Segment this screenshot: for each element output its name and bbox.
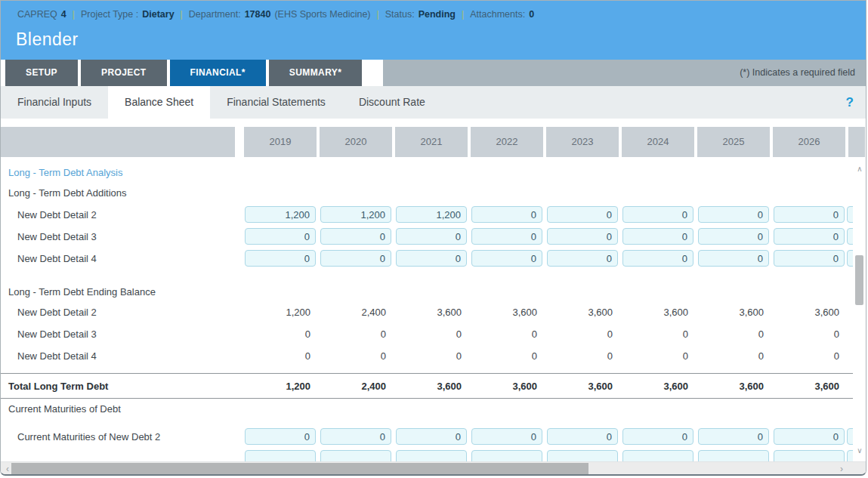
cell-input[interactable] — [698, 206, 769, 223]
record-meta: CAPREQ4|Project Type :Dietary|Department… — [17, 9, 534, 20]
help-icon[interactable]: ? — [846, 86, 854, 119]
cell-input[interactable] — [471, 428, 542, 445]
header-cell-year: 2024 — [622, 127, 694, 157]
horizontal-scroll-thumb[interactable] — [11, 463, 588, 476]
total-row-label: Total Long Term Debt — [8, 381, 108, 392]
row-label: New Debt Detail 3 — [17, 328, 97, 340]
cell-value: 0 — [622, 350, 694, 362]
subtab-discount-rate[interactable]: Discount Rate — [342, 86, 442, 119]
table-row: New Debt Detail 400000000 — [1, 345, 866, 367]
vertical-scrollbar[interactable]: ∧ ∨ — [853, 159, 866, 461]
cell-value: 3,600 — [773, 307, 845, 318]
link-row: Long - Term Debt Analysis — [1, 167, 866, 179]
cell-input[interactable] — [245, 428, 316, 445]
cell-input[interactable] — [622, 450, 693, 461]
cell-input[interactable] — [396, 250, 467, 267]
section-header-row: Current Maturities of Debt — [1, 403, 866, 415]
main-tab-bar: SETUPPROJECTFINANCIAL*SUMMARY*(*) Indica… — [1, 60, 866, 86]
tab-setup[interactable]: SETUP — [5, 60, 78, 86]
cell-input[interactable] — [774, 428, 845, 445]
section-group-current-maturities-of-debt: Current Maturities of DebtCurrent Maturi… — [1, 403, 866, 461]
cell-input[interactable] — [320, 250, 391, 267]
scroll-right-icon[interactable]: › — [837, 462, 846, 476]
cell-input[interactable] — [774, 450, 845, 461]
subtab-financial-inputs[interactable]: Financial Inputs — [1, 86, 108, 119]
vertical-scroll-thumb[interactable] — [855, 255, 863, 305]
cell-input[interactable] — [320, 428, 391, 445]
tab-summary[interactable]: SUMMARY* — [269, 60, 362, 86]
cell-value: 0 — [395, 350, 468, 362]
cell-input[interactable] — [471, 250, 542, 267]
cell-input[interactable] — [774, 206, 845, 223]
meta-value: Dietary — [142, 9, 174, 20]
tab-project[interactable]: PROJECT — [81, 60, 166, 86]
tab-financial[interactable]: FINANCIAL* — [170, 60, 266, 86]
subtab-balance-sheet[interactable]: Balance Sheet — [108, 86, 210, 119]
meta-separator-icon: | — [73, 9, 75, 20]
section-link-long-term-debt-analysis[interactable]: Long - Term Debt Analysis — [8, 167, 123, 178]
header-cell-year: 2022 — [471, 127, 543, 157]
cell-value: 0 — [546, 350, 619, 362]
table-row: New Debt Detail 300000000 — [1, 323, 866, 345]
sub-tab-bar: Financial InputsBalance SheetFinancial S… — [1, 86, 866, 119]
cell-input[interactable] — [320, 228, 391, 245]
subtab-financial-statements[interactable]: Financial Statements — [210, 86, 342, 119]
cell-input[interactable] — [774, 250, 845, 267]
table-row: New Debt Detail 3 — [1, 226, 866, 248]
section-header-row: Long - Term Debt Ending Balance — [1, 286, 866, 298]
meta-value: Pending — [419, 9, 456, 20]
table-row: Current Maturities of New Debt 2 — [1, 426, 866, 448]
cell-input[interactable] — [471, 450, 542, 461]
cell-input[interactable] — [471, 228, 542, 245]
cell-value: 0 — [320, 328, 392, 340]
cell-input[interactable] — [320, 206, 391, 223]
cell-input[interactable] — [245, 250, 316, 267]
meta-separator-icon: | — [181, 9, 183, 20]
cell-input[interactable] — [396, 228, 467, 245]
total-cell-value: 3,600 — [622, 381, 694, 392]
table-body: Long - Term Debt AnalysisLong - Term Deb… — [1, 157, 866, 461]
cell-input[interactable] — [622, 228, 693, 245]
header-cell-year: 2025 — [697, 127, 770, 157]
cell-input[interactable] — [698, 250, 769, 267]
cell-input[interactable] — [396, 206, 467, 223]
app-window: CAPREQ4|Project Type :Dietary|Department… — [0, 0, 866, 476]
cell-input[interactable] — [547, 428, 618, 445]
header-cell-labels — [1, 127, 235, 157]
cell-input[interactable] — [547, 450, 618, 461]
cell-input[interactable] — [320, 450, 391, 461]
cell-input[interactable] — [622, 428, 693, 445]
cell-input[interactable] — [547, 228, 618, 245]
header-cell-year: 2020 — [320, 127, 392, 157]
cell-input[interactable] — [396, 450, 467, 461]
horizontal-scrollbar[interactable]: ‹ › — [1, 461, 866, 476]
cell-input[interactable] — [622, 250, 693, 267]
cell-input[interactable] — [245, 450, 316, 461]
cell-input[interactable] — [698, 228, 769, 245]
cell-value: 0 — [546, 328, 619, 340]
cell-input[interactable] — [245, 228, 316, 245]
total-cell-value: 3,600 — [471, 381, 543, 392]
meta-label: Project Type : — [81, 9, 138, 20]
cell-input[interactable] — [698, 428, 769, 445]
header-cell-partial — [848, 127, 865, 157]
cell-input[interactable] — [547, 250, 618, 267]
cell-value: 0 — [773, 350, 845, 362]
header-cell-year: 2021 — [395, 127, 468, 157]
cell-input[interactable] — [698, 450, 769, 461]
cell-input[interactable] — [547, 206, 618, 223]
cell-input[interactable] — [774, 228, 845, 245]
section-label: Long - Term Debt Ending Balance — [8, 286, 156, 298]
cell-input[interactable] — [622, 206, 693, 223]
meta-label: Status: — [385, 9, 415, 20]
scroll-down-icon[interactable]: ∨ — [853, 446, 866, 455]
cell-input[interactable] — [396, 428, 467, 445]
cell-value: 1,200 — [244, 307, 317, 318]
scroll-up-icon[interactable]: ∧ — [853, 165, 866, 174]
total-cell-value: 3,600 — [546, 381, 619, 392]
cell-input[interactable] — [471, 206, 542, 223]
cell-input[interactable] — [245, 206, 316, 223]
table-row-partial — [1, 448, 866, 461]
row-label: Current Maturities of New Debt 2 — [17, 431, 160, 443]
total-cell-value: 2,400 — [320, 381, 392, 392]
